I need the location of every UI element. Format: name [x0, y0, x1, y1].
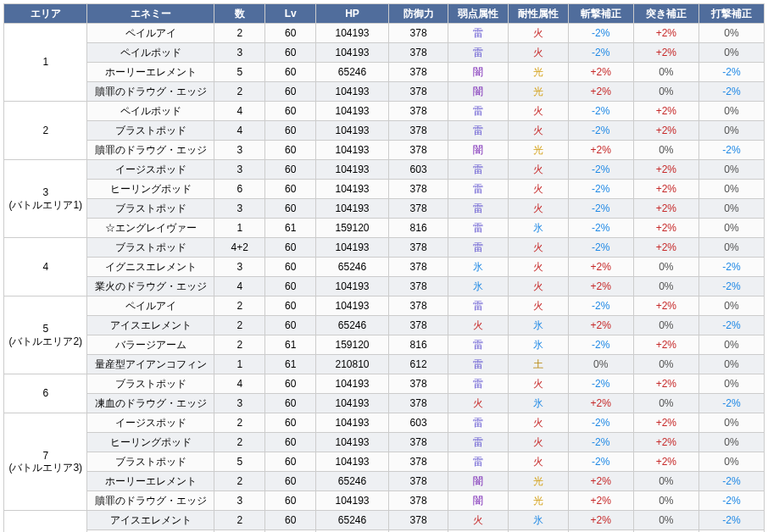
blunt-cell: 0%: [698, 355, 764, 374]
weak-cell: 雷: [448, 335, 509, 355]
enemy-cell: 凍血のドラウグ・エッジ: [87, 394, 214, 413]
count-cell: 1: [214, 219, 265, 238]
hp-cell: 104193: [316, 199, 389, 219]
enemy-cell: ヒーリングポッド: [87, 433, 214, 452]
weak-cell: 雷: [448, 160, 509, 180]
def-cell: 378: [388, 121, 448, 141]
def-cell: 603: [388, 160, 448, 180]
col-resist: 耐性属性: [509, 4, 569, 24]
pierce-cell: 0%: [633, 355, 698, 374]
enemy-table: エリア エネミー 数 Lv HP 防御力 弱点属性 耐性属性 斬撃補正 突き補正…: [3, 3, 765, 532]
enemy-cell: 業火のドラウグ・エッジ: [87, 277, 214, 296]
enemy-cell: イグニスエレメント: [87, 258, 214, 277]
slash-cell: +2%: [568, 472, 633, 491]
def-cell: 378: [388, 141, 448, 160]
blunt-cell: -2%: [698, 63, 764, 82]
weak-cell: 闇: [448, 491, 509, 511]
hp-cell: 104193: [316, 82, 389, 102]
weak-cell: 雷: [448, 374, 509, 394]
enemy-cell: ホーリーエレメント: [87, 63, 214, 82]
lv-cell: 60: [265, 121, 316, 141]
pierce-cell: 0%: [633, 394, 698, 413]
weak-cell: 雷: [448, 199, 509, 219]
weak-cell: 雷: [448, 180, 509, 199]
resist-cell: 光: [509, 82, 569, 102]
def-cell: 378: [388, 102, 448, 121]
pierce-cell: 0%: [633, 472, 698, 491]
resist-cell: 光: [509, 141, 569, 160]
hp-cell: 104193: [316, 180, 389, 199]
weak-cell: 雷: [448, 355, 509, 374]
col-def: 防御力: [388, 4, 448, 24]
enemy-cell: ☆エングレイヴァー: [87, 219, 214, 238]
resist-cell: 光: [509, 472, 569, 491]
lv-cell: 61: [265, 219, 316, 238]
hp-cell: 210810: [316, 355, 389, 374]
pierce-cell: 0%: [633, 141, 698, 160]
blunt-cell: -2%: [698, 141, 764, 160]
slash-cell: -2%: [568, 238, 633, 258]
count-cell: 1: [214, 355, 265, 374]
weak-cell: 雷: [448, 433, 509, 452]
resist-cell: 火: [509, 296, 569, 316]
lv-cell: 60: [265, 102, 316, 121]
slash-cell: -2%: [568, 219, 633, 238]
enemy-cell: ペイルアイ: [87, 296, 214, 316]
table-header-row: エリア エネミー 数 Lv HP 防御力 弱点属性 耐性属性 斬撃補正 突き補正…: [4, 4, 765, 24]
count-cell: 2: [214, 472, 265, 491]
pierce-cell: +2%: [633, 238, 698, 258]
lv-cell: 60: [265, 296, 316, 316]
blunt-cell: -2%: [698, 258, 764, 277]
col-lv: Lv: [265, 4, 316, 24]
count-cell: 5: [214, 452, 265, 472]
hp-cell: 65246: [316, 316, 389, 335]
blunt-cell: 0%: [698, 413, 764, 433]
enemy-cell: アイスエレメント: [87, 511, 214, 530]
lv-cell: 60: [265, 24, 316, 43]
weak-cell: 氷: [448, 277, 509, 296]
table-row: ヒーリングポッド660104193378雷火-2%+2%0%: [4, 180, 765, 199]
def-cell: 603: [388, 413, 448, 433]
slash-cell: -2%: [568, 160, 633, 180]
enemy-cell: ヒーリングポッド: [87, 180, 214, 199]
blunt-cell: 0%: [698, 433, 764, 452]
weak-cell: 闇: [448, 63, 509, 82]
lv-cell: 60: [265, 160, 316, 180]
col-count: 数: [214, 4, 265, 24]
lv-cell: 60: [265, 394, 316, 413]
def-cell: 378: [388, 511, 448, 530]
enemy-cell: 量産型アイアンコフィン: [87, 355, 214, 374]
weak-cell: 雷: [448, 24, 509, 43]
pierce-cell: +2%: [633, 413, 698, 433]
table-row: 5(バトルエリア2)ペイルアイ260104193378雷火-2%+2%0%: [4, 296, 765, 316]
weak-cell: 氷: [448, 258, 509, 277]
hp-cell: 65246: [316, 511, 389, 530]
lv-cell: 60: [265, 238, 316, 258]
pierce-cell: +2%: [633, 452, 698, 472]
count-cell: 5: [214, 63, 265, 82]
enemy-cell: イージスポッド: [87, 160, 214, 180]
pierce-cell: +2%: [633, 296, 698, 316]
pierce-cell: 0%: [633, 511, 698, 530]
hp-cell: 104193: [316, 452, 389, 472]
table-row: イグニスエレメント36065246378氷火+2%0%-2%: [4, 258, 765, 277]
resist-cell: 火: [509, 413, 569, 433]
slash-cell: -2%: [568, 296, 633, 316]
count-cell: 3: [214, 394, 265, 413]
area-cell: 4: [4, 238, 87, 296]
count-cell: 2: [214, 82, 265, 102]
resist-cell: 火: [509, 238, 569, 258]
hp-cell: 104193: [316, 43, 389, 63]
lv-cell: 60: [265, 452, 316, 472]
enemy-cell: ペイルアイ: [87, 24, 214, 43]
lv-cell: 60: [265, 511, 316, 530]
pierce-cell: 0%: [633, 258, 698, 277]
hp-cell: 104193: [316, 433, 389, 452]
slash-cell: -2%: [568, 180, 633, 199]
count-cell: 3: [214, 199, 265, 219]
def-cell: 612: [388, 355, 448, 374]
weak-cell: 闇: [448, 141, 509, 160]
enemy-cell: ペイルポッド: [87, 43, 214, 63]
count-cell: 2: [214, 316, 265, 335]
blunt-cell: 0%: [698, 374, 764, 394]
